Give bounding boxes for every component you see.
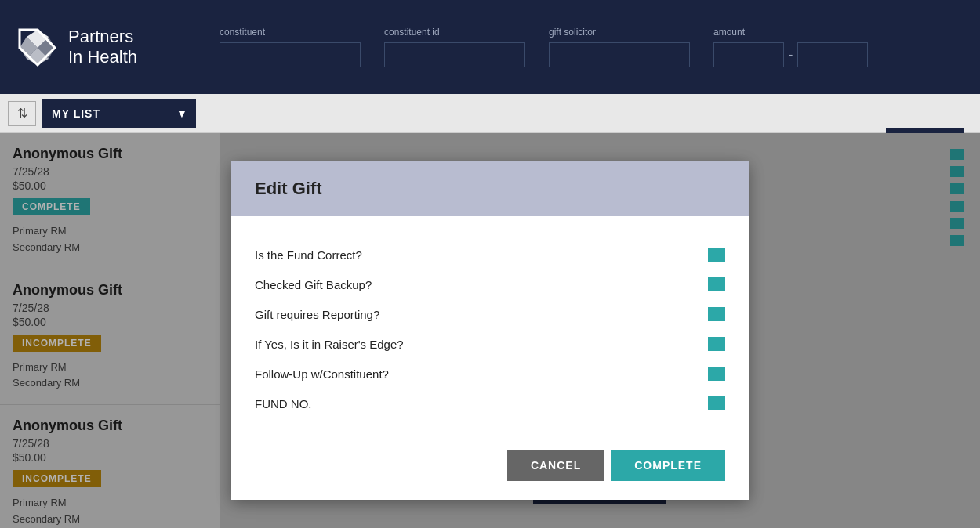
- constituent-input[interactable]: [220, 42, 361, 67]
- modal-row: If Yes, Is it in Raiser's Edge?: [255, 329, 725, 359]
- header: Partners In Health constituent constitue…: [0, 0, 980, 94]
- logo-text: Partners In Health: [68, 27, 137, 68]
- toolbar: ⇅ MY LIST ▼ EDIT: [0, 94, 980, 133]
- header-fields: constituent constituent id gift solicito…: [220, 27, 964, 67]
- amount-label: amount: [713, 27, 868, 38]
- modal-row: Gift requires Reporting?: [255, 299, 725, 329]
- main-content: Anonymous Gift 7/25/28 $50.00 COMPLETE P…: [0, 133, 980, 528]
- amount-input-1[interactable]: [713, 42, 784, 67]
- amount-separator: -: [789, 48, 793, 62]
- modal-footer: CANCEL COMPLETE: [231, 434, 749, 500]
- modal-header: Edit Gift: [231, 161, 749, 216]
- my-list-label[interactable]: MY LIST: [42, 99, 168, 128]
- gift-reporting-checkbox[interactable]: [708, 307, 725, 321]
- amount-input-2[interactable]: [797, 42, 868, 67]
- modal-row-label: Gift requires Reporting?: [255, 308, 708, 321]
- modal-row-label: Is the Fund Correct?: [255, 248, 708, 262]
- logo-icon: [16, 26, 59, 69]
- my-list-dropdown-container: MY LIST ▼: [42, 99, 196, 128]
- modal-row-label: If Yes, Is it in Raiser's Edge?: [255, 338, 708, 351]
- constituent-id-label: constituent id: [384, 27, 525, 38]
- constituent-field-group: constituent: [220, 27, 361, 67]
- fund-no-checkbox[interactable]: [708, 396, 725, 410]
- logo-area: Partners In Health: [16, 26, 172, 69]
- modal-row: Follow-Up w/Constituent?: [255, 359, 725, 389]
- dropdown-arrow-button[interactable]: ▼: [168, 99, 196, 128]
- gift-backup-checkbox[interactable]: [708, 277, 725, 291]
- constituent-id-field-group: constituent id: [384, 27, 525, 67]
- gift-solicitor-input[interactable]: [549, 42, 690, 67]
- modal-row-label: Follow-Up w/Constituent?: [255, 367, 708, 381]
- modal-overlay: Edit Gift Is the Fund Correct? Checked G…: [0, 133, 980, 528]
- chevron-down-icon: ▼: [176, 107, 187, 120]
- modal-row: FUND NO.: [255, 389, 725, 418]
- constituent-id-input[interactable]: [384, 42, 525, 67]
- fund-correct-checkbox[interactable]: [708, 248, 725, 262]
- amount-field-group: amount -: [713, 27, 868, 67]
- modal-body: Is the Fund Correct? Checked Gift Backup…: [231, 224, 749, 434]
- gift-solicitor-field-group: gift solicitor: [549, 27, 690, 67]
- raisers-edge-checkbox[interactable]: [708, 337, 725, 351]
- constituent-label: constituent: [220, 27, 361, 38]
- amount-inputs: -: [713, 42, 868, 67]
- modal-row: Checked Gift Backup?: [255, 269, 725, 299]
- modal-row-label: FUND NO.: [255, 397, 708, 410]
- edit-gift-modal: Edit Gift Is the Fund Correct? Checked G…: [231, 161, 749, 500]
- modal-row-label: Checked Gift Backup?: [255, 278, 708, 291]
- sort-button[interactable]: ⇅: [8, 101, 36, 126]
- complete-button[interactable]: COMPLETE: [611, 450, 725, 481]
- follow-up-checkbox[interactable]: [708, 367, 725, 381]
- cancel-button[interactable]: CANCEL: [507, 450, 604, 481]
- modal-row: Is the Fund Correct?: [255, 240, 725, 269]
- gift-solicitor-label: gift solicitor: [549, 27, 690, 38]
